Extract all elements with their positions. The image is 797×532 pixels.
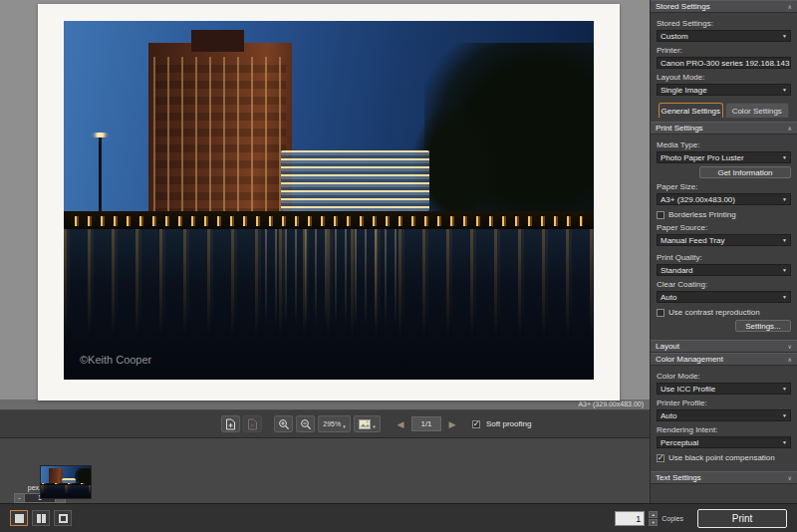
zoom-out-icon — [300, 418, 312, 430]
dropdown-arrow-icon: ▼ — [782, 154, 787, 160]
add-page-button[interactable] — [221, 415, 240, 432]
chevron-up-icon: ∧ — [788, 356, 792, 363]
zoom-level-dropdown[interactable]: 295% ▾ — [318, 415, 351, 432]
print-settings-section-header[interactable]: Print Settings ∧ — [651, 122, 797, 134]
photo-roof — [191, 30, 244, 52]
dropdown-arrow-icon: ▼ — [782, 87, 787, 93]
detail-view-icon — [59, 514, 68, 523]
print-quality-dropdown[interactable]: Standard ▼ — [657, 264, 791, 276]
chevron-up-icon: ∧ — [788, 125, 792, 132]
view-mode-detail-button[interactable] — [54, 510, 72, 526]
bottom-bar: 1 ▲ ▼ Copies Print — [0, 503, 797, 532]
print-quality-label: Print Quality: — [657, 253, 791, 262]
paper-size-value: A3+ (329.00x483.00) — [661, 195, 735, 204]
photo-waterline-lights — [75, 216, 584, 225]
stored-settings-label: Stored Settings: — [657, 19, 791, 28]
photo-lamp-post — [99, 135, 102, 221]
contrast-reproduction-checkbox[interactable] — [657, 309, 664, 317]
color-mode-dropdown[interactable]: Use ICC Profile ▼ — [657, 383, 791, 395]
text-settings-header-label: Text Settings — [656, 473, 701, 482]
view-mode-split-button[interactable] — [32, 510, 50, 526]
stored-settings-header-label: Stored Settings — [656, 2, 710, 11]
print-button[interactable]: Print — [697, 509, 787, 528]
print-preview-area: ©Keith Cooper — [0, 0, 650, 399]
layout-header-label: Layout — [656, 342, 679, 351]
chevron-down-icon: ∨ — [788, 474, 792, 481]
next-page-button[interactable]: ▶ — [444, 419, 460, 429]
color-mode-label: Color Mode: — [657, 372, 791, 381]
photo-preview: ©Keith Cooper — [64, 21, 594, 380]
tab-color-settings[interactable]: Color Settings — [725, 103, 790, 118]
layout-section-header[interactable]: Layout ∨ — [651, 340, 797, 353]
media-type-label: Media Type: — [657, 140, 791, 149]
black-point-compensation-label: Use black point compensation — [668, 453, 775, 462]
view-mode-single-button[interactable] — [10, 510, 28, 526]
copies-input[interactable]: 1 — [615, 511, 645, 526]
preview-toolbar: 295% ▾ ▾ ◀ 1/1 ▶ ✓ Soft proofing — [0, 410, 650, 438]
clear-coating-dropdown[interactable]: Auto ▼ — [657, 291, 791, 303]
color-management-header-label: Color Management — [656, 355, 723, 364]
stored-settings-section-header[interactable]: Stored Settings ∧ — [651, 0, 797, 13]
layout-mode-label: Layout Mode: — [657, 73, 791, 82]
image-icon — [359, 419, 371, 429]
printer-dropdown[interactable]: Canon PRO-300 series 192.168.143.114 ▼ — [657, 57, 791, 69]
color-management-section-header[interactable]: Color Management ∧ — [651, 353, 797, 366]
printer-profile-dropdown[interactable]: Auto ▼ — [657, 409, 791, 421]
paper-source-label: Paper Source: — [657, 223, 791, 232]
print-studio-window: ©Keith Cooper A3+ (329.00x483.00) — [0, 0, 797, 532]
paper-size-dropdown[interactable]: A3+ (329.00x483.00) ▼ — [657, 193, 791, 205]
add-page-icon — [225, 418, 236, 430]
settings-button[interactable]: Settings... — [735, 320, 791, 332]
paper-sheet: ©Keith Cooper — [38, 4, 620, 400]
delete-page-icon — [247, 418, 258, 430]
delete-page-button[interactable] — [243, 415, 262, 432]
caret-down-icon: ▾ — [343, 423, 346, 429]
soft-proofing-label: Soft proofing — [486, 419, 531, 428]
borderless-printing-label: Borderless Printing — [668, 210, 736, 219]
printer-profile-label: Printer Profile: — [657, 399, 791, 407]
clear-coating-value: Auto — [661, 293, 676, 302]
tab-general-settings[interactable]: General Settings — [659, 103, 723, 118]
clear-coating-label: Clear Coating: — [657, 280, 791, 289]
rendering-intent-label: Rendering Intent: — [657, 425, 791, 434]
main-preview-column: ©Keith Cooper A3+ (329.00x483.00) — [0, 0, 650, 503]
printer-label: Printer: — [657, 46, 791, 55]
rendering-intent-value: Perceptual — [661, 438, 698, 447]
previous-page-button[interactable]: ◀ — [393, 419, 408, 429]
paper-source-dropdown[interactable]: Manual Feed Tray ▼ — [657, 234, 791, 246]
media-type-dropdown[interactable]: Photo Paper Pro Luster ▼ — [657, 151, 791, 163]
black-point-compensation-checkbox[interactable]: ✓ — [657, 454, 664, 462]
settings-tabs: General Settings Color Settings — [657, 103, 791, 118]
dropdown-arrow-icon: ▼ — [782, 196, 787, 202]
borderless-printing-checkbox[interactable] — [657, 211, 664, 219]
copyright-watermark: ©Keith Cooper — [80, 354, 151, 366]
preview-mode-dropdown[interactable]: ▾ — [354, 415, 381, 432]
paper-size-status-bar: A3+ (329.00x483.00) — [0, 399, 650, 410]
paper-size-status-text: A3+ (329.00x483.00) — [578, 400, 644, 407]
dropdown-arrow-icon: ▼ — [782, 412, 787, 418]
get-information-button[interactable]: Get Information — [699, 166, 791, 178]
decrease-count-button[interactable]: - — [14, 493, 25, 503]
stored-settings-value: Custom — [661, 32, 688, 41]
zoom-in-icon — [278, 418, 290, 430]
copies-down-button[interactable]: ▼ — [649, 519, 658, 526]
image-thumbnail[interactable] — [40, 465, 92, 499]
chevron-down-icon: ∨ — [788, 343, 792, 350]
zoom-in-button[interactable] — [274, 415, 293, 432]
layout-mode-dropdown[interactable]: Single Image ▼ — [657, 84, 791, 96]
copies-up-button[interactable]: ▲ — [649, 511, 658, 518]
photo-reflections — [265, 229, 402, 337]
color-mode-value: Use ICC Profile — [661, 385, 715, 394]
copies-stepper: ▲ ▼ — [649, 511, 658, 526]
photo-building-windows — [153, 57, 286, 214]
text-settings-section-header[interactable]: Text Settings ∨ — [651, 471, 797, 484]
copies-label: Copies — [662, 515, 683, 522]
rendering-intent-dropdown[interactable]: Perceptual ▼ — [657, 436, 791, 448]
zoom-out-button[interactable] — [296, 415, 315, 432]
caret-down-icon: ▾ — [373, 423, 376, 429]
soft-proofing-checkbox[interactable]: ✓ — [472, 420, 480, 428]
printer-value: Canon PRO-300 series 192.168.143.114 — [661, 59, 791, 68]
stored-settings-dropdown[interactable]: Custom ▼ — [657, 30, 791, 42]
print-controls: 1 ▲ ▼ Copies Print — [615, 509, 787, 528]
media-type-value: Photo Paper Pro Luster — [661, 153, 744, 162]
